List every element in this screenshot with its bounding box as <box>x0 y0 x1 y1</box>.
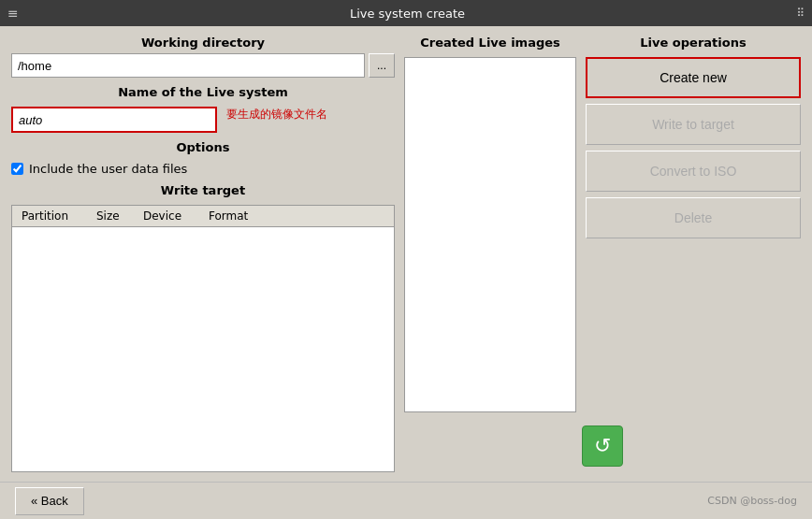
working-directory-section: Working directory ... <box>11 36 395 78</box>
browse-button[interactable]: ... <box>369 53 395 78</box>
name-row: 要生成的镜像文件名 <box>11 107 395 133</box>
refresh-area: ↺ <box>404 420 801 472</box>
menu-icon[interactable]: ≡ <box>7 6 19 21</box>
write-target-label: Write target <box>11 183 395 197</box>
titlebar-right: ⠿ <box>796 7 805 20</box>
col-device: Device <box>138 208 203 224</box>
main-content: Working directory ... Name of the Live s… <box>0 26 812 482</box>
col-format: Format <box>203 208 353 224</box>
name-hint: 要生成的镜像文件名 <box>226 107 327 123</box>
live-ops-section: Live operations Create new Write to targ… <box>586 36 801 412</box>
include-user-data-label: Include the user data files <box>29 162 187 176</box>
delete-button[interactable]: Delete <box>586 197 801 238</box>
table-header: Partition Size Device Format <box>12 206 394 227</box>
working-directory-label: Working directory <box>11 36 395 50</box>
created-images-label: Created Live images <box>404 36 576 50</box>
convert-to-iso-button[interactable]: Convert to ISO <box>586 151 801 192</box>
write-to-target-button[interactable]: Write to target <box>586 104 801 145</box>
back-button[interactable]: « Back <box>15 487 84 515</box>
left-panel: Working directory ... Name of the Live s… <box>11 36 395 472</box>
live-images-box <box>404 57 576 412</box>
working-directory-row: ... <box>11 53 395 78</box>
name-label: Name of the Live system <box>11 85 395 99</box>
create-new-button[interactable]: Create new <box>586 57 801 98</box>
live-images-section: Created Live images <box>404 36 576 412</box>
options-section: Options Include the user data files <box>11 140 395 176</box>
name-section: Name of the Live system 要生成的镜像文件名 <box>11 85 395 133</box>
options-label: Options <box>11 140 395 154</box>
refresh-icon: ↺ <box>594 436 611 456</box>
working-directory-input[interactable] <box>11 53 365 78</box>
write-target-table: Partition Size Device Format <box>11 205 395 472</box>
titlebar: ≡ Live system create ⠿ <box>0 0 812 26</box>
refresh-button[interactable]: ↺ <box>582 425 623 467</box>
window-title: Live system create <box>19 7 796 21</box>
write-target-section: Write target Partition Size Device Forma… <box>11 183 395 472</box>
include-user-data-checkbox[interactable] <box>11 163 23 175</box>
col-partition: Partition <box>16 208 91 224</box>
live-name-input[interactable] <box>11 107 217 133</box>
include-user-data-row: Include the user data files <box>11 162 395 176</box>
titlebar-left: ≡ <box>7 6 19 21</box>
ops-buttons: Create new Write to target Convert to IS… <box>586 57 801 238</box>
right-top: Created Live images Live operations Crea… <box>404 36 801 412</box>
bottom-bar: « Back CSDN @boss-dog <box>0 482 812 519</box>
right-panel: Created Live images Live operations Crea… <box>404 36 801 472</box>
col-size: Size <box>91 208 138 224</box>
live-ops-label: Live operations <box>586 36 801 50</box>
grid-icon[interactable]: ⠿ <box>796 7 805 20</box>
watermark: CSDN @boss-dog <box>707 495 797 507</box>
